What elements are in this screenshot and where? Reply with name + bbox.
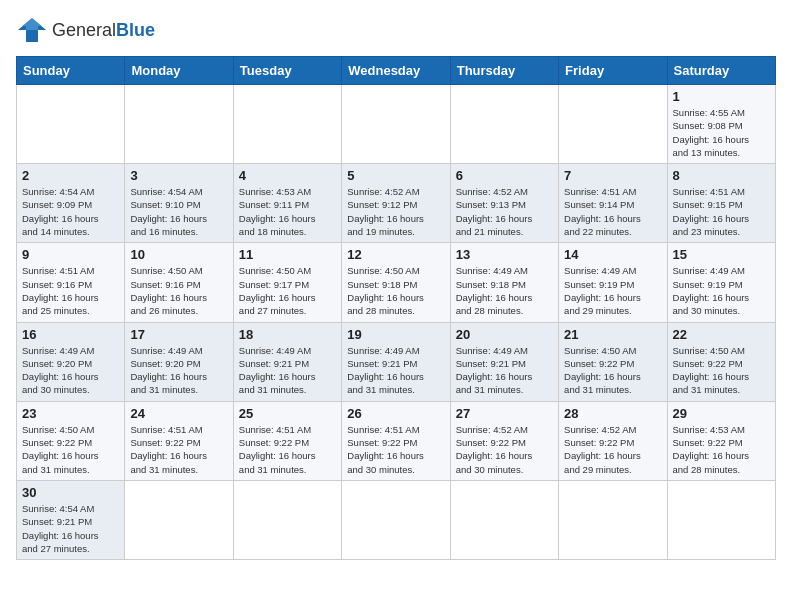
calendar-cell <box>342 85 450 164</box>
calendar-cell: 3Sunrise: 4:54 AM Sunset: 9:10 PM Daylig… <box>125 164 233 243</box>
day-info: Sunrise: 4:49 AM Sunset: 9:18 PM Dayligh… <box>456 264 553 317</box>
day-number: 3 <box>130 168 227 183</box>
calendar-cell: 27Sunrise: 4:52 AM Sunset: 9:22 PM Dayli… <box>450 401 558 480</box>
day-info: Sunrise: 4:51 AM Sunset: 9:15 PM Dayligh… <box>673 185 770 238</box>
calendar-cell: 10Sunrise: 4:50 AM Sunset: 9:16 PM Dayli… <box>125 243 233 322</box>
calendar-cell: 21Sunrise: 4:50 AM Sunset: 9:22 PM Dayli… <box>559 322 667 401</box>
day-info: Sunrise: 4:49 AM Sunset: 9:19 PM Dayligh… <box>564 264 661 317</box>
day-number: 20 <box>456 327 553 342</box>
day-info: Sunrise: 4:49 AM Sunset: 9:20 PM Dayligh… <box>130 344 227 397</box>
day-number: 1 <box>673 89 770 104</box>
calendar-cell: 19Sunrise: 4:49 AM Sunset: 9:21 PM Dayli… <box>342 322 450 401</box>
calendar-cell: 7Sunrise: 4:51 AM Sunset: 9:14 PM Daylig… <box>559 164 667 243</box>
day-info: Sunrise: 4:49 AM Sunset: 9:19 PM Dayligh… <box>673 264 770 317</box>
day-info: Sunrise: 4:53 AM Sunset: 9:11 PM Dayligh… <box>239 185 336 238</box>
day-number: 12 <box>347 247 444 262</box>
day-info: Sunrise: 4:50 AM Sunset: 9:17 PM Dayligh… <box>239 264 336 317</box>
day-info: Sunrise: 4:51 AM Sunset: 9:22 PM Dayligh… <box>347 423 444 476</box>
day-number: 28 <box>564 406 661 421</box>
calendar-row-4: 23Sunrise: 4:50 AM Sunset: 9:22 PM Dayli… <box>17 401 776 480</box>
calendar-cell: 24Sunrise: 4:51 AM Sunset: 9:22 PM Dayli… <box>125 401 233 480</box>
day-number: 13 <box>456 247 553 262</box>
calendar-cell: 16Sunrise: 4:49 AM Sunset: 9:20 PM Dayli… <box>17 322 125 401</box>
day-info: Sunrise: 4:52 AM Sunset: 9:22 PM Dayligh… <box>456 423 553 476</box>
day-number: 23 <box>22 406 119 421</box>
day-number: 4 <box>239 168 336 183</box>
day-number: 27 <box>456 406 553 421</box>
day-info: Sunrise: 4:50 AM Sunset: 9:16 PM Dayligh… <box>130 264 227 317</box>
calendar-cell: 18Sunrise: 4:49 AM Sunset: 9:21 PM Dayli… <box>233 322 341 401</box>
day-info: Sunrise: 4:49 AM Sunset: 9:21 PM Dayligh… <box>347 344 444 397</box>
day-number: 18 <box>239 327 336 342</box>
calendar-cell: 23Sunrise: 4:50 AM Sunset: 9:22 PM Dayli… <box>17 401 125 480</box>
day-number: 10 <box>130 247 227 262</box>
day-info: Sunrise: 4:52 AM Sunset: 9:13 PM Dayligh… <box>456 185 553 238</box>
day-info: Sunrise: 4:55 AM Sunset: 9:08 PM Dayligh… <box>673 106 770 159</box>
day-info: Sunrise: 4:52 AM Sunset: 9:22 PM Dayligh… <box>564 423 661 476</box>
day-number: 29 <box>673 406 770 421</box>
calendar-cell: 26Sunrise: 4:51 AM Sunset: 9:22 PM Dayli… <box>342 401 450 480</box>
day-number: 17 <box>130 327 227 342</box>
calendar-cell <box>125 480 233 559</box>
day-info: Sunrise: 4:50 AM Sunset: 9:22 PM Dayligh… <box>564 344 661 397</box>
day-info: Sunrise: 4:54 AM Sunset: 9:10 PM Dayligh… <box>130 185 227 238</box>
day-number: 16 <box>22 327 119 342</box>
day-info: Sunrise: 4:51 AM Sunset: 9:22 PM Dayligh… <box>130 423 227 476</box>
logo: GeneralBlue <box>16 16 155 44</box>
calendar-cell <box>233 480 341 559</box>
logo-text: GeneralBlue <box>52 20 155 41</box>
calendar-cell <box>450 480 558 559</box>
calendar-cell: 25Sunrise: 4:51 AM Sunset: 9:22 PM Dayli… <box>233 401 341 480</box>
calendar-cell <box>125 85 233 164</box>
calendar-cell <box>450 85 558 164</box>
day-number: 30 <box>22 485 119 500</box>
weekday-header-tuesday: Tuesday <box>233 57 341 85</box>
day-number: 2 <box>22 168 119 183</box>
calendar-row-2: 9Sunrise: 4:51 AM Sunset: 9:16 PM Daylig… <box>17 243 776 322</box>
calendar-cell: 11Sunrise: 4:50 AM Sunset: 9:17 PM Dayli… <box>233 243 341 322</box>
calendar-cell: 17Sunrise: 4:49 AM Sunset: 9:20 PM Dayli… <box>125 322 233 401</box>
day-number: 7 <box>564 168 661 183</box>
day-info: Sunrise: 4:50 AM Sunset: 9:22 PM Dayligh… <box>22 423 119 476</box>
calendar-cell: 15Sunrise: 4:49 AM Sunset: 9:19 PM Dayli… <box>667 243 775 322</box>
logo-icon <box>16 16 48 44</box>
calendar-cell <box>233 85 341 164</box>
day-info: Sunrise: 4:54 AM Sunset: 9:09 PM Dayligh… <box>22 185 119 238</box>
weekday-header-sunday: Sunday <box>17 57 125 85</box>
calendar-cell: 12Sunrise: 4:50 AM Sunset: 9:18 PM Dayli… <box>342 243 450 322</box>
day-info: Sunrise: 4:52 AM Sunset: 9:12 PM Dayligh… <box>347 185 444 238</box>
calendar-cell: 14Sunrise: 4:49 AM Sunset: 9:19 PM Dayli… <box>559 243 667 322</box>
page-header: GeneralBlue <box>16 16 776 44</box>
calendar-row-3: 16Sunrise: 4:49 AM Sunset: 9:20 PM Dayli… <box>17 322 776 401</box>
day-info: Sunrise: 4:49 AM Sunset: 9:20 PM Dayligh… <box>22 344 119 397</box>
calendar-cell: 2Sunrise: 4:54 AM Sunset: 9:09 PM Daylig… <box>17 164 125 243</box>
day-info: Sunrise: 4:49 AM Sunset: 9:21 PM Dayligh… <box>239 344 336 397</box>
calendar-cell: 4Sunrise: 4:53 AM Sunset: 9:11 PM Daylig… <box>233 164 341 243</box>
calendar-table: SundayMondayTuesdayWednesdayThursdayFrid… <box>16 56 776 560</box>
day-info: Sunrise: 4:53 AM Sunset: 9:22 PM Dayligh… <box>673 423 770 476</box>
day-info: Sunrise: 4:50 AM Sunset: 9:18 PM Dayligh… <box>347 264 444 317</box>
day-number: 22 <box>673 327 770 342</box>
day-number: 21 <box>564 327 661 342</box>
calendar-cell: 8Sunrise: 4:51 AM Sunset: 9:15 PM Daylig… <box>667 164 775 243</box>
weekday-header-wednesday: Wednesday <box>342 57 450 85</box>
calendar-row-5: 30Sunrise: 4:54 AM Sunset: 9:21 PM Dayli… <box>17 480 776 559</box>
day-info: Sunrise: 4:54 AM Sunset: 9:21 PM Dayligh… <box>22 502 119 555</box>
day-number: 15 <box>673 247 770 262</box>
day-number: 8 <box>673 168 770 183</box>
day-number: 6 <box>456 168 553 183</box>
weekday-header-thursday: Thursday <box>450 57 558 85</box>
day-info: Sunrise: 4:51 AM Sunset: 9:14 PM Dayligh… <box>564 185 661 238</box>
day-number: 25 <box>239 406 336 421</box>
weekday-header-row: SundayMondayTuesdayWednesdayThursdayFrid… <box>17 57 776 85</box>
weekday-header-monday: Monday <box>125 57 233 85</box>
calendar-row-1: 2Sunrise: 4:54 AM Sunset: 9:09 PM Daylig… <box>17 164 776 243</box>
day-number: 11 <box>239 247 336 262</box>
calendar-cell: 6Sunrise: 4:52 AM Sunset: 9:13 PM Daylig… <box>450 164 558 243</box>
calendar-cell: 20Sunrise: 4:49 AM Sunset: 9:21 PM Dayli… <box>450 322 558 401</box>
calendar-cell: 30Sunrise: 4:54 AM Sunset: 9:21 PM Dayli… <box>17 480 125 559</box>
day-info: Sunrise: 4:50 AM Sunset: 9:22 PM Dayligh… <box>673 344 770 397</box>
calendar-cell: 28Sunrise: 4:52 AM Sunset: 9:22 PM Dayli… <box>559 401 667 480</box>
weekday-header-friday: Friday <box>559 57 667 85</box>
day-info: Sunrise: 4:51 AM Sunset: 9:22 PM Dayligh… <box>239 423 336 476</box>
